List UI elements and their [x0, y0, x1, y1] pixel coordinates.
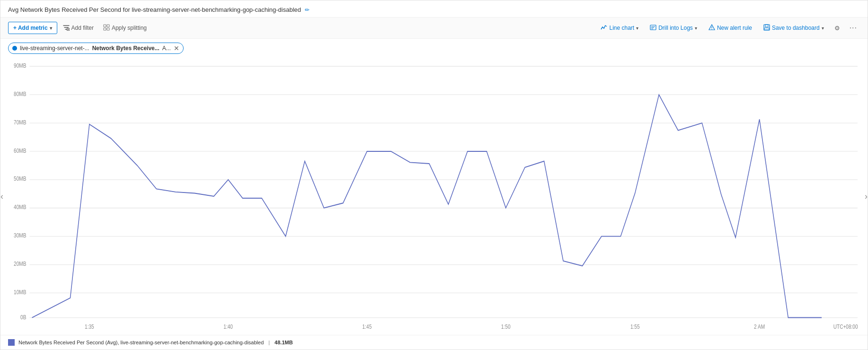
pill-aggregation: A... — [162, 45, 171, 52]
legend-bar: Network Bytes Received Per Second (Avg),… — [0, 335, 868, 350]
apply-splitting-icon — [103, 24, 110, 32]
save-dashboard-chevron: ▾ — [822, 26, 824, 31]
x-label-140: 1:40 — [223, 323, 233, 330]
x-label-145: 1:45 — [363, 323, 372, 330]
title-bar: Avg Network Bytes Received Per Second fo… — [0, 0, 868, 18]
legend-label: Network Bytes Received Per Second (Avg),… — [18, 340, 264, 345]
pill-dot — [12, 46, 17, 51]
toolbar-right: Line chart ▾ Drill into Logs ▾ — [597, 21, 860, 35]
save-dashboard-button[interactable]: Save to dashboard ▾ — [760, 22, 828, 35]
chart-nav-left[interactable]: ‹ — [0, 192, 3, 201]
pill-server-name: live-streaming-server-net-... — [20, 45, 89, 52]
toolbar-left: + Add metric ▾ Add filter — [8, 22, 151, 35]
metric-pill-area: live-streaming-server-net-... Network By… — [0, 39, 868, 58]
legend-value: 48.1MB — [275, 340, 293, 345]
add-metric-label: + Add metric — [13, 25, 48, 31]
save-dashboard-label: Save to dashboard — [772, 25, 820, 31]
svg-rect-14 — [765, 25, 768, 27]
toolbar: + Add metric ▾ Add filter — [0, 18, 868, 39]
drill-logs-chevron: ▾ — [695, 26, 697, 31]
svg-rect-15 — [764, 28, 769, 30]
new-alert-label: New alert rule — [717, 25, 752, 31]
settings-icon: ⚙ — [834, 25, 840, 32]
add-metric-chevron: ▾ — [50, 26, 52, 31]
svg-rect-3 — [104, 25, 106, 27]
svg-point-12 — [711, 28, 712, 29]
y-label-20mb: 20MB — [14, 260, 27, 267]
y-label-0b: 0B — [20, 314, 27, 321]
chart-svg: 90MB 80MB 70MB 60MB 50MB 40MB 30MB 20MB … — [8, 58, 860, 335]
line-chart-button[interactable]: Line chart ▾ — [597, 22, 642, 35]
apply-splitting-button[interactable]: Apply splitting — [99, 22, 151, 35]
y-label-60mb: 60MB — [14, 147, 27, 154]
settings-button[interactable]: ⚙ — [832, 22, 843, 34]
chart-container: ‹ › 90MB 80MB 70MB 60MB 50MB 40MB 30MB 2… — [0, 58, 868, 335]
x-label-135: 1:35 — [85, 323, 94, 330]
svg-rect-6 — [107, 28, 109, 30]
drill-logs-icon — [650, 24, 656, 32]
pill-close-button[interactable]: ✕ — [174, 45, 179, 52]
metric-pill[interactable]: live-streaming-server-net-... Network By… — [8, 43, 184, 54]
svg-rect-5 — [104, 28, 106, 30]
y-label-30mb: 30MB — [14, 232, 27, 239]
x-label-150: 1:50 — [501, 323, 511, 330]
drill-logs-label: Drill into Logs — [658, 25, 693, 31]
line-chart-label: Line chart — [609, 25, 634, 31]
y-label-80mb: 80MB — [14, 90, 27, 97]
y-label-50mb: 50MB — [14, 175, 27, 182]
legend-color-box — [8, 339, 15, 346]
edit-title-icon[interactable]: ✏ — [305, 7, 310, 13]
svg-rect-13 — [764, 25, 770, 30]
line-chart-chevron: ▾ — [636, 26, 638, 31]
svg-rect-4 — [107, 25, 109, 27]
chart-line — [32, 95, 822, 317]
add-filter-label: Add filter — [71, 25, 94, 31]
line-chart-icon — [601, 24, 607, 32]
y-label-90mb: 90MB — [14, 62, 27, 69]
pill-metric-name: Network Bytes Receive... — [92, 45, 159, 52]
apply-splitting-label: Apply splitting — [112, 25, 147, 31]
add-filter-icon — [63, 24, 70, 32]
y-label-10mb: 10MB — [14, 289, 27, 296]
add-filter-button[interactable]: Add filter — [59, 22, 97, 35]
x-label-155: 1:55 — [630, 323, 640, 330]
x-label-utc: UTC+08:00 — [833, 323, 858, 330]
x-label-2am: 2 AM — [754, 323, 765, 330]
save-dashboard-icon — [763, 24, 770, 32]
drill-logs-button[interactable]: Drill into Logs ▾ — [646, 22, 701, 35]
new-alert-button[interactable]: New alert rule — [705, 22, 756, 35]
chart-nav-right[interactable]: › — [865, 192, 868, 201]
new-alert-icon — [709, 24, 715, 32]
add-metric-button[interactable]: + Add metric ▾ — [8, 22, 57, 34]
page-container: Avg Network Bytes Received Per Second fo… — [0, 0, 868, 350]
y-label-40mb: 40MB — [14, 203, 27, 210]
more-options-icon: ··· — [850, 24, 857, 32]
more-options-button[interactable]: ··· — [847, 21, 860, 35]
chart-title: Avg Network Bytes Received Per Second fo… — [8, 6, 301, 13]
chart-area: 90MB 80MB 70MB 60MB 50MB 40MB 30MB 20MB … — [8, 58, 860, 335]
y-label-70mb: 70MB — [14, 118, 27, 125]
